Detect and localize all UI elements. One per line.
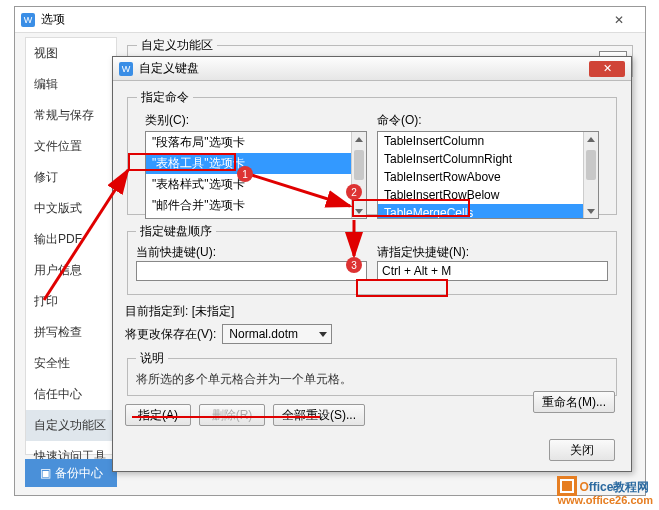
scrollbar[interactable]: [351, 132, 366, 218]
sidebar-item-customribbon[interactable]: 自定义功能区: [26, 410, 116, 441]
sidebar-item-trust[interactable]: 信任中心: [26, 379, 116, 410]
new-shortcut-label: 请指定快捷键(N):: [377, 245, 469, 259]
customize-keyboard-dialog: W 自定义键盘 ✕ 指定命令 类别(C): "段落布局"选项卡 "表格工具"选项…: [112, 56, 632, 472]
list-item[interactable]: TableInsertColumnRight: [378, 150, 598, 168]
list-item[interactable]: TableInsertRowAbove: [378, 168, 598, 186]
sidebar-item-userinfo[interactable]: 用户信息: [26, 255, 116, 286]
app-icon: W: [119, 62, 133, 76]
current-shortcut-input[interactable]: [136, 261, 367, 281]
commands-label: 命令(O):: [377, 112, 599, 129]
close-button[interactable]: 关闭: [549, 439, 615, 461]
specify-command-legend: 指定命令: [137, 89, 193, 106]
options-titlebar: W 选项 ✕: [15, 7, 645, 33]
specify-sequence-fieldset: 指定键盘顺序 当前快捷键(U): 请指定快捷键(N): Ctrl + Alt +…: [127, 223, 617, 295]
list-item[interactable]: "段落布局"选项卡: [146, 132, 366, 153]
sidebar-item-spell[interactable]: 拼写检查: [26, 317, 116, 348]
sidebar-item-pdf[interactable]: 输出PDF: [26, 224, 116, 255]
save-changes-line: 将更改保存在(V): Normal.dotm: [125, 324, 619, 344]
sidebar-item-view[interactable]: 视图: [26, 38, 116, 69]
sidebar-item-chinese[interactable]: 中文版式: [26, 193, 116, 224]
list-item[interactable]: "表格样式"选项卡: [146, 174, 366, 195]
save-changes-combo[interactable]: Normal.dotm: [222, 324, 332, 344]
specify-sequence-legend: 指定键盘顺序: [136, 223, 216, 240]
list-item[interactable]: TableInsertRowBelow: [378, 186, 598, 204]
options-title: 选项: [41, 11, 599, 28]
categories-column: 类别(C): "段落布局"选项卡 "表格工具"选项卡 "表格样式"选项卡 "邮件…: [145, 112, 367, 219]
scroll-up-icon[interactable]: [352, 132, 366, 146]
scroll-down-icon[interactable]: [352, 204, 366, 218]
customize-ribbon-legend: 自定义功能区: [137, 37, 217, 54]
close-icon[interactable]: ✕: [599, 13, 639, 27]
list-item[interactable]: TableInsertColumn: [378, 132, 598, 150]
new-shortcut-input[interactable]: Ctrl + Alt + M: [377, 261, 608, 281]
sidebar-item-edit[interactable]: 编辑: [26, 69, 116, 100]
list-item[interactable]: "表格工具"选项卡: [146, 153, 366, 174]
assign-button[interactable]: 指定(A): [125, 404, 191, 426]
commands-column: 命令(O): TableInsertColumn TableInsertColu…: [377, 112, 599, 219]
reset-all-button[interactable]: 全部重设(S)...: [273, 404, 365, 426]
backup-label: 备份中心: [55, 465, 103, 482]
list-item[interactable]: TableMergeCells: [378, 204, 598, 219]
remove-button[interactable]: 删除(R): [199, 404, 265, 426]
scroll-thumb[interactable]: [354, 150, 364, 180]
customize-keyboard-titlebar: W 自定义键盘 ✕: [113, 57, 631, 81]
sidebar-item-filelocation[interactable]: 文件位置: [26, 131, 116, 162]
list-item[interactable]: "大纲"选项卡: [146, 216, 366, 219]
description-text: 将所选的多个单元格合并为一个单元格。: [136, 371, 608, 388]
backup-button[interactable]: ▣ 备份中心: [25, 459, 117, 487]
description-fieldset: 说明 将所选的多个单元格合并为一个单元格。: [127, 350, 617, 396]
scroll-up-icon[interactable]: [584, 132, 598, 146]
backup-icon: ▣: [40, 466, 51, 480]
assigned-value: [未指定]: [192, 304, 235, 318]
assigned-prefix: 目前指定到:: [125, 304, 188, 318]
current-shortcut-label: 当前快捷键(U):: [136, 245, 216, 259]
categories-listbox[interactable]: "段落布局"选项卡 "表格工具"选项卡 "表格样式"选项卡 "邮件合并"选项卡 …: [145, 131, 367, 219]
customize-keyboard-title: 自定义键盘: [139, 60, 589, 77]
categories-label: 类别(C):: [145, 112, 367, 129]
commands-listbox[interactable]: TableInsertColumn TableInsertColumnRight…: [377, 131, 599, 219]
sidebar-item-general[interactable]: 常规与保存: [26, 100, 116, 131]
description-legend: 说明: [136, 350, 168, 367]
close-icon[interactable]: ✕: [589, 61, 625, 77]
sidebar-item-security[interactable]: 安全性: [26, 348, 116, 379]
scroll-down-icon[interactable]: [584, 204, 598, 218]
scroll-thumb[interactable]: [586, 150, 596, 180]
options-sidebar: 视图 编辑 常规与保存 文件位置 修订 中文版式 输出PDF 用户信息 打印 拼…: [25, 37, 117, 455]
save-changes-label: 将更改保存在(V):: [125, 326, 216, 343]
app-icon: W: [21, 13, 35, 27]
list-item[interactable]: "邮件合并"选项卡: [146, 195, 366, 216]
scrollbar[interactable]: [583, 132, 598, 218]
currently-assigned-line: 目前指定到: [未指定]: [125, 303, 619, 320]
specify-command-fieldset: 指定命令 类别(C): "段落布局"选项卡 "表格工具"选项卡 "表格样式"选项…: [127, 89, 617, 215]
customize-keyboard-body: 指定命令 类别(C): "段落布局"选项卡 "表格工具"选项卡 "表格样式"选项…: [113, 81, 631, 471]
sidebar-item-print[interactable]: 打印: [26, 286, 116, 317]
sidebar-item-revision[interactable]: 修订: [26, 162, 116, 193]
rename-button[interactable]: 重命名(M)...: [533, 391, 615, 413]
